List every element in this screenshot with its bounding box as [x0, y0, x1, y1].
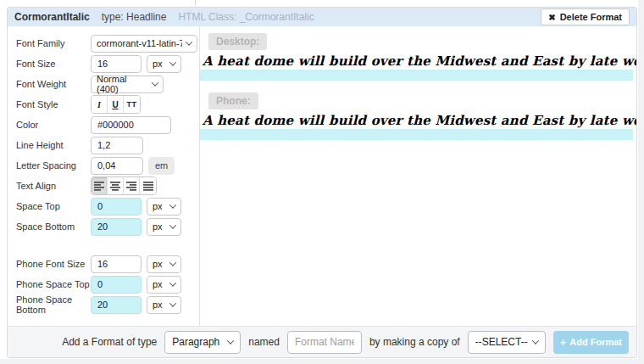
space-top-input[interactable]	[91, 198, 142, 216]
phone-space-top-input[interactable]	[91, 276, 142, 294]
text-align-button-group	[91, 176, 157, 195]
close-icon: ✖	[548, 13, 555, 22]
font-size-unit-select[interactable]: px	[147, 55, 181, 73]
letter-spacing-label: Letter Spacing	[16, 160, 91, 171]
space-bottom-unit-value: px	[153, 221, 163, 232]
desktop-preview-group: Desktop: A heat dome will build over the…	[200, 33, 636, 81]
align-right-icon	[126, 182, 136, 191]
chevron-down-icon	[227, 337, 234, 344]
phone-preview-badge: Phone:	[208, 92, 258, 109]
format-type-select[interactable]: Paragraph	[164, 331, 241, 354]
add-format-button[interactable]: + Add Format	[553, 331, 629, 354]
space-top-unit-select[interactable]: px	[147, 198, 181, 216]
uppercase-button[interactable]: TT	[124, 96, 140, 113]
field-line-height: Line Height	[8, 135, 199, 155]
space-bottom-label: Space Bottom	[16, 221, 91, 232]
align-right-button[interactable]	[124, 177, 140, 194]
phone-font-size-label: Phone Font Size	[16, 259, 91, 269]
italic-button[interactable]: I	[92, 96, 108, 113]
text-align-label: Text Align	[16, 181, 91, 191]
font-weight-label: Font Weight	[16, 79, 91, 89]
align-justify-button[interactable]	[140, 177, 156, 194]
color-input[interactable]	[91, 116, 171, 134]
desktop-preview-badge: Desktop:	[208, 33, 267, 50]
delete-format-label: Delete Format	[560, 12, 622, 22]
line-height-label: Line Height	[16, 140, 91, 150]
chevron-down-icon	[186, 38, 192, 45]
format-type: type: Headline	[102, 11, 167, 23]
field-font-weight: Font Weight Normal (400)	[8, 74, 199, 94]
format-type-value: Paragraph	[172, 336, 219, 348]
color-label: Color	[16, 120, 91, 130]
phone-sample-text: A heat dome will build over the Midwest …	[200, 109, 636, 129]
font-style-button-group: I U TT	[91, 95, 141, 114]
space-top-unit-value: px	[153, 201, 163, 211]
align-center-button[interactable]	[108, 177, 124, 194]
plus-icon: +	[560, 336, 567, 349]
align-justify-icon	[143, 182, 153, 191]
chevron-down-icon	[169, 300, 176, 306]
font-weight-select[interactable]: Normal (400)	[91, 76, 164, 93]
space-top-label: Space Top	[16, 201, 91, 211]
chevron-down-icon	[152, 79, 158, 86]
phone-space-bottom-unit-select[interactable]: px	[147, 296, 181, 314]
format-editor-card: CormorantItalic type: Headline HTML Clas…	[7, 7, 637, 358]
phone-space-bottom-highlight	[200, 129, 633, 140]
phone-preview-group: Phone: A heat dome will build over the M…	[200, 92, 636, 140]
add-format-bar: Add a Format of type Paragraph named by …	[8, 326, 636, 357]
desktop-space-bottom-highlight	[200, 70, 633, 81]
format-html-class: HTML Class: _CormorantItalic	[178, 11, 314, 23]
field-phone-font-size: Phone Font Size px	[8, 254, 199, 274]
font-size-label: Font Size	[16, 59, 91, 69]
phone-font-size-unit-select[interactable]: px	[147, 255, 181, 273]
desktop-sample-text: A heat dome will build over the Midwest …	[200, 50, 636, 70]
font-style-label: Font Style	[16, 99, 91, 109]
space-bottom-unit-select[interactable]: px	[147, 218, 181, 236]
field-text-align: Text Align	[8, 176, 199, 196]
chevron-down-icon	[169, 259, 176, 266]
letter-spacing-unit: em	[148, 157, 175, 175]
field-phone-space-top: Phone Space Top px	[8, 274, 199, 294]
font-weight-value: Normal (400)	[97, 74, 148, 94]
underline-button[interactable]: U	[108, 96, 124, 113]
field-letter-spacing: Letter Spacing em	[8, 155, 199, 176]
chevron-down-icon	[531, 337, 538, 344]
font-family-value: cormorant-v11-latin-700italic	[97, 38, 182, 48]
phone-space-bottom-label: Phone Space Bottom	[16, 294, 91, 315]
align-left-icon	[94, 182, 104, 191]
delete-format-button[interactable]: ✖ Delete Format	[541, 8, 630, 25]
font-size-input[interactable]	[91, 55, 142, 73]
phone-space-bottom-unit-value: px	[153, 300, 163, 310]
align-center-icon	[110, 182, 120, 191]
field-color: Color	[8, 115, 199, 135]
copy-source-select[interactable]: --SELECT--	[468, 331, 546, 354]
chevron-down-icon	[169, 59, 176, 65]
editor-content: Font Family cormorant-v11-latin-700itali…	[8, 26, 636, 326]
field-font-family: Font Family cormorant-v11-latin-700itali…	[8, 33, 199, 53]
format-preview-panel: Desktop: A heat dome will build over the…	[200, 26, 636, 326]
field-space-bottom: Space Bottom px	[8, 216, 199, 237]
letter-spacing-input[interactable]	[91, 157, 143, 175]
add-format-prefix-label: Add a Format of type	[62, 336, 157, 348]
field-font-size: Font Size px	[8, 53, 199, 74]
top-column-divider	[195, 0, 196, 6]
phone-space-bottom-input[interactable]	[91, 296, 142, 314]
chevron-down-icon	[169, 201, 176, 208]
line-height-input[interactable]	[91, 137, 143, 154]
font-family-select[interactable]: cormorant-v11-latin-700italic	[91, 35, 197, 53]
format-settings-panel: Font Family cormorant-v11-latin-700itali…	[8, 26, 200, 326]
named-label: named	[248, 336, 280, 348]
phone-font-size-input[interactable]	[91, 255, 142, 273]
copy-of-label: by making a copy of	[369, 336, 460, 348]
format-header: CormorantItalic type: Headline HTML Clas…	[8, 8, 636, 26]
phone-space-top-unit-select[interactable]: px	[147, 276, 181, 294]
align-left-button[interactable]	[92, 177, 108, 194]
field-font-style: Font Style I U TT	[8, 94, 199, 115]
space-bottom-input[interactable]	[91, 218, 142, 236]
format-name-input[interactable]	[287, 331, 362, 354]
format-name: CormorantItalic	[14, 11, 90, 23]
chevron-down-icon	[169, 279, 176, 286]
phone-space-top-label: Phone Space Top	[16, 279, 91, 289]
field-phone-space-bottom: Phone Space Bottom px	[8, 294, 199, 315]
add-format-label: Add Format	[569, 337, 622, 347]
